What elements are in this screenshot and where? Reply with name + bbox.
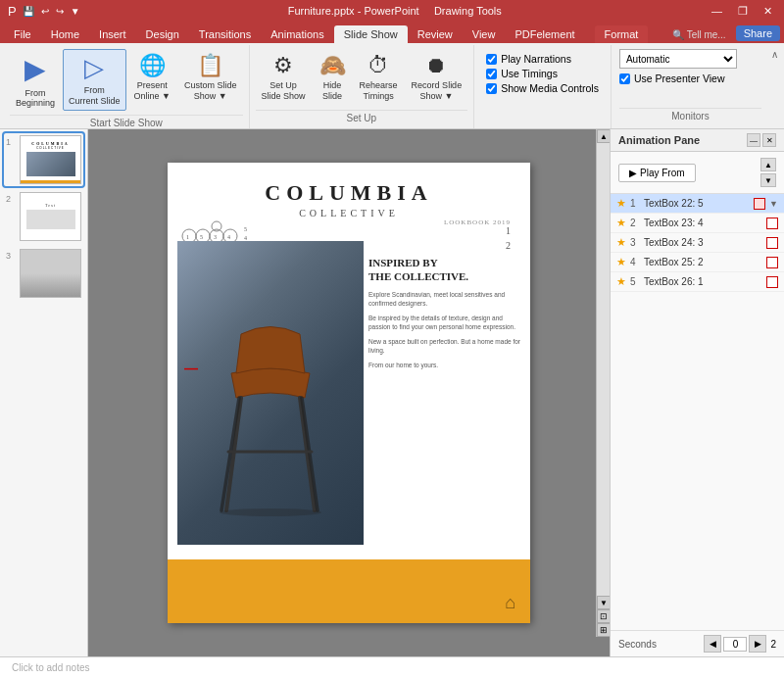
record-slide-show-btn[interactable]: ⏺ Record SlideShow ▼ bbox=[406, 49, 468, 106]
minimize-btn[interactable]: — bbox=[708, 5, 726, 18]
ribbon-group-setup: ⚙ Set UpSlide Show 🙈 HideSlide ⏱ Rehears… bbox=[250, 45, 475, 128]
anim-item-2[interactable]: ★ 2 TextBox 23: 4 bbox=[611, 214, 784, 233]
tell-me-input[interactable]: 🔍 Tell me... bbox=[662, 26, 736, 43]
play-narrations-label: Play Narrations bbox=[501, 53, 571, 65]
slide-img-2: Text bbox=[20, 192, 81, 241]
use-timings-label: Use Timings bbox=[501, 68, 558, 79]
monitors-group-label: Monitors bbox=[619, 108, 761, 124]
slide-logo: ⌂ bbox=[505, 593, 515, 613]
anim-label-5: TextBox 26: 1 bbox=[644, 276, 762, 287]
anim-star-2: ★ bbox=[616, 217, 626, 229]
slide-frame[interactable]: COLUMBIA COLLECTIVE LOOKBOOK 2019 1 5 3 bbox=[168, 163, 530, 623]
slide-thumb-2[interactable]: 2 Text bbox=[4, 190, 83, 243]
tab-format-contextual[interactable]: Format bbox=[595, 25, 649, 43]
scroll-fit-btn[interactable]: ⊡ bbox=[597, 609, 610, 623]
tab-file[interactable]: File bbox=[4, 25, 41, 43]
anim-star-4: ★ bbox=[616, 256, 626, 268]
show-media-controls-checkbox[interactable]: Show Media Controls bbox=[486, 82, 599, 94]
anim-nav-max: 2 bbox=[770, 639, 776, 650]
tab-slideshow[interactable]: Slide Show bbox=[334, 25, 408, 43]
play-from-btn[interactable]: ▶ Play From bbox=[618, 164, 696, 182]
play-narrations-checkbox[interactable]: Play Narrations bbox=[486, 53, 599, 65]
presenter-view-row: Use Presenter View bbox=[619, 73, 761, 84]
slide-num-1: 1 bbox=[6, 137, 16, 147]
slide-body-text-4: From our home to yours. bbox=[368, 361, 520, 369]
redo-icon[interactable]: ↪ bbox=[54, 5, 66, 18]
slide-body-text-3: New a space built on perfection. But a h… bbox=[368, 337, 520, 355]
anim-expand-1[interactable]: ▼ bbox=[769, 199, 778, 209]
anim-minimize-btn[interactable]: — bbox=[747, 133, 760, 147]
notes-bar[interactable]: Click to add notes bbox=[0, 656, 784, 678]
restore-btn[interactable]: ❐ bbox=[734, 5, 752, 18]
svg-text:4: 4 bbox=[227, 234, 230, 240]
slide-thumb-3[interactable]: 3 bbox=[4, 247, 83, 300]
scroll-down-btn[interactable]: ▼ bbox=[597, 596, 610, 609]
ribbon-group-checkboxes: Play Narrations Use Timings Show Media C… bbox=[474, 45, 612, 128]
anim-close-btn[interactable]: ✕ bbox=[762, 133, 776, 147]
slide-thumb-1[interactable]: 1 COLUMBIA COLLECTIVE bbox=[4, 133, 83, 186]
window-title: Furniture.pptx - PowerPoint Drawing Tool… bbox=[82, 5, 708, 17]
anim-box-5 bbox=[766, 276, 778, 288]
use-timings-checkbox[interactable]: Use Timings bbox=[486, 68, 599, 79]
play-narrations-input[interactable] bbox=[486, 54, 497, 65]
anim-num-1: 1 bbox=[630, 198, 640, 209]
hide-slide-btn[interactable]: 🙈 HideSlide bbox=[314, 49, 352, 106]
present-online-btn[interactable]: 🌐 PresentOnline ▼ bbox=[128, 49, 176, 106]
main-area: 1 COLUMBIA COLLECTIVE 2 Text 3 bbox=[0, 129, 784, 656]
powerpoint-logo-icon: P bbox=[8, 4, 17, 19]
setup-label: Set Up bbox=[256, 110, 468, 126]
anim-play-row: ▶ Play From ▲ ▼ bbox=[611, 152, 784, 194]
rehearse-timings-btn[interactable]: ⏱ RehearseTimings bbox=[354, 49, 404, 106]
scroll-up-btn[interactable]: ▲ bbox=[597, 129, 610, 143]
anim-move-down-btn[interactable]: ▼ bbox=[760, 173, 776, 187]
show-media-input[interactable] bbox=[486, 83, 497, 94]
drawing-tools-label: Drawing Tools bbox=[434, 5, 502, 17]
checkboxes-container: Play Narrations Use Timings Show Media C… bbox=[484, 49, 601, 98]
slide-panel: 1 COLUMBIA COLLECTIVE 2 Text 3 bbox=[0, 129, 88, 656]
scroll-track[interactable] bbox=[597, 143, 610, 596]
svg-text:5: 5 bbox=[244, 226, 247, 232]
anim-item-4[interactable]: ★ 4 TextBox 25: 2 bbox=[611, 253, 784, 272]
show-media-label: Show Media Controls bbox=[501, 82, 599, 94]
tab-view[interactable]: View bbox=[463, 25, 506, 43]
undo-icon[interactable]: ↩ bbox=[39, 5, 51, 18]
anim-item-5[interactable]: ★ 5 TextBox 26: 1 bbox=[611, 272, 784, 292]
tab-pdfelement[interactable]: PDFelement bbox=[505, 25, 584, 43]
monitor-select[interactable]: Automatic bbox=[619, 49, 737, 69]
anim-item-3[interactable]: ★ 3 TextBox 24: 3 bbox=[611, 233, 784, 253]
anim-move-up-btn[interactable]: ▲ bbox=[760, 158, 776, 171]
anim-box-3 bbox=[766, 237, 778, 249]
tab-insert[interactable]: Insert bbox=[89, 25, 136, 43]
slide-photo bbox=[177, 241, 364, 545]
anim-label-1: TextBox 22: 5 bbox=[644, 198, 750, 209]
animation-pane-header: Animation Pane — ✕ bbox=[611, 129, 784, 152]
tab-animations[interactable]: Animations bbox=[261, 25, 333, 43]
close-btn[interactable]: ✕ bbox=[760, 5, 776, 18]
tab-review[interactable]: Review bbox=[408, 25, 463, 43]
chair-svg bbox=[192, 256, 349, 530]
share-btn[interactable]: Share bbox=[736, 25, 780, 41]
use-timings-input[interactable] bbox=[486, 69, 497, 79]
anim-label-4: TextBox 25: 2 bbox=[644, 257, 762, 267]
ribbon-collapse-btn[interactable]: ∧ bbox=[769, 45, 780, 128]
tab-home[interactable]: Home bbox=[41, 25, 89, 43]
from-current-slide-btn[interactable]: ▷ FromCurrent Slide bbox=[63, 49, 126, 111]
anim-item-1[interactable]: ★ 1 TextBox 22: 5 ▼ bbox=[611, 194, 784, 214]
from-beginning-btn[interactable]: ▶ FromBeginning bbox=[10, 49, 61, 113]
tab-design[interactable]: Design bbox=[136, 25, 189, 43]
group-content: ▶ FromBeginning ▷ FromCurrent Slide 🌐 Pr… bbox=[10, 47, 243, 113]
anim-prev-btn[interactable]: ◀ bbox=[704, 635, 721, 653]
presenter-view-input[interactable] bbox=[619, 73, 630, 84]
tab-transitions[interactable]: Transitions bbox=[189, 25, 261, 43]
set-up-slide-show-btn[interactable]: ⚙ Set UpSlide Show bbox=[256, 49, 312, 106]
save-icon[interactable]: 💾 bbox=[21, 5, 36, 18]
anim-box-2 bbox=[766, 218, 778, 229]
animation-pane: Animation Pane — ✕ ▶ Play From ▲ ▼ ★ 1 T… bbox=[610, 129, 784, 656]
scroll-zoom-btn[interactable]: ⊞ bbox=[597, 623, 610, 637]
more-qa-icon[interactable]: ▼ bbox=[69, 5, 82, 18]
red-dash-marker: — bbox=[184, 361, 198, 376]
custom-slide-show-btn[interactable]: 📋 Custom SlideShow ▼ bbox=[178, 49, 243, 106]
anim-nav: ◀ 0 ▶ 2 bbox=[704, 635, 776, 653]
anim-next-btn[interactable]: ▶ bbox=[749, 635, 766, 653]
presenter-view-checkbox[interactable]: Use Presenter View bbox=[619, 73, 725, 84]
